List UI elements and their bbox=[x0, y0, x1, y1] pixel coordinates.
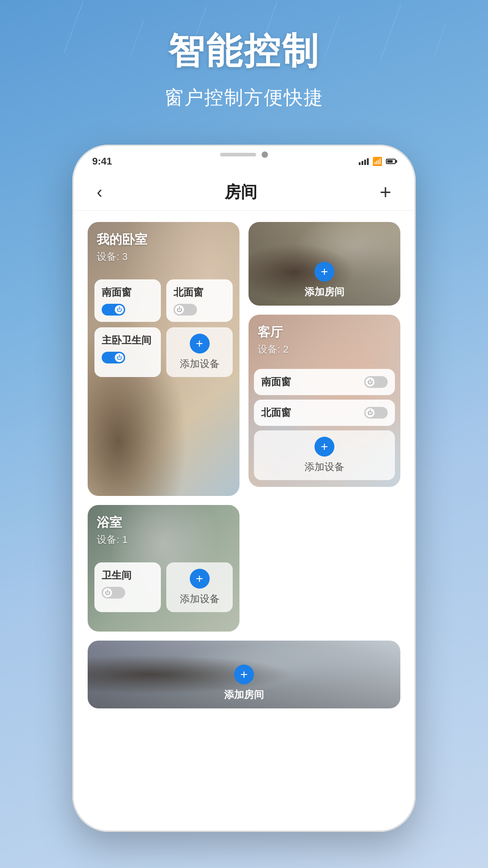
camera bbox=[262, 151, 268, 158]
phone-mockup: 9:41 📶 ‹ 房间 + bbox=[72, 145, 416, 832]
toilet-label: 卫生间 bbox=[102, 569, 131, 582]
bottom-add-room-label: 添加房间 bbox=[224, 688, 264, 702]
living-north-label: 北面窗 bbox=[261, 406, 291, 420]
bathroom-name: 浴室 bbox=[97, 514, 230, 531]
south-window-toggle[interactable]: ⏻ bbox=[102, 304, 125, 316]
south-window-label: 南面窗 bbox=[102, 286, 131, 299]
living-north-btn[interactable]: 北面窗 ⏻ bbox=[254, 400, 395, 426]
living-south-btn[interactable]: 南面窗 ⏻ bbox=[254, 369, 395, 395]
bedroom-devices-grid: 南面窗 ⏻ 北面窗 ⏻ bbox=[88, 273, 239, 386]
bedroom-devices-count: 设备: 3 bbox=[97, 250, 230, 264]
add-room-label-1: 添加房间 bbox=[305, 285, 344, 299]
back-button[interactable]: ‹ bbox=[97, 183, 103, 202]
rooms-grid: 我的卧室 设备: 3 南面窗 ⏻ 北面窗 bbox=[74, 211, 414, 720]
master-bath-label: 主卧卫生间 bbox=[102, 334, 151, 347]
signal-icon bbox=[359, 158, 369, 165]
add-device-label: 添加设备 bbox=[180, 357, 220, 371]
bottom-add-icon: + bbox=[234, 665, 254, 684]
bedroom-name: 我的卧室 bbox=[97, 231, 230, 248]
wifi-icon: 📶 bbox=[372, 156, 382, 166]
bottom-add-room-overlay: + 添加房间 bbox=[88, 641, 400, 708]
bedroom-add-device-btn[interactable]: + 添加设备 bbox=[166, 327, 233, 377]
add-room-nav-button[interactable]: + bbox=[380, 181, 391, 203]
bedroom-card[interactable]: 我的卧室 设备: 3 南面窗 ⏻ 北面窗 bbox=[88, 222, 239, 496]
power-off-icon5: ⏻ bbox=[105, 590, 110, 596]
bedroom-device-bathroom[interactable]: 主卧卫生间 ⏻ bbox=[94, 327, 161, 377]
bedroom-device-south[interactable]: 南面窗 ⏻ bbox=[94, 279, 161, 322]
bedroom-device-north[interactable]: 北面窗 ⏻ bbox=[166, 279, 233, 322]
bottom-add-room-card[interactable]: + 添加房间 bbox=[88, 641, 400, 708]
header-section: 智能控制 窗户控制方便快捷 bbox=[0, 27, 488, 110]
living-room-name: 客厅 bbox=[258, 324, 391, 341]
bathroom-devices-count: 设备: 1 bbox=[97, 533, 230, 547]
bathroom-header: 浴室 设备: 1 bbox=[88, 505, 239, 556]
bathroom-card[interactable]: 浴室 设备: 1 卫生间 ⏻ + bbox=[88, 505, 239, 632]
speaker bbox=[220, 153, 256, 156]
living-add-label: 添加设备 bbox=[305, 460, 344, 474]
living-south-toggle[interactable]: ⏻ bbox=[364, 376, 388, 388]
toilet-toggle[interactable]: ⏻ bbox=[102, 587, 125, 599]
living-room-devices-count: 设备: 2 bbox=[258, 343, 391, 356]
north-window-toggle[interactable]: ⏻ bbox=[174, 304, 197, 316]
living-room-header: 客厅 设备: 2 bbox=[249, 315, 400, 365]
power-on-icon: ⏻ bbox=[117, 307, 122, 313]
bedroom-header: 我的卧室 设备: 3 bbox=[88, 222, 239, 273]
toggle-knob-bath: ⏻ bbox=[115, 353, 124, 362]
north-window-label: 北面窗 bbox=[174, 286, 203, 299]
living-room-card[interactable]: 客厅 设备: 2 南面窗 ⏻ bbox=[249, 315, 400, 487]
living-add-icon: + bbox=[314, 437, 334, 457]
master-bath-toggle[interactable]: ⏻ bbox=[102, 352, 125, 363]
bathroom-add-label: 添加设备 bbox=[180, 592, 220, 606]
status-icons: 📶 bbox=[359, 156, 396, 166]
power-on-icon2: ⏻ bbox=[117, 354, 122, 361]
toggle-knob: ⏻ bbox=[115, 305, 124, 314]
bathroom-add-device-btn[interactable]: + 添加设备 bbox=[166, 562, 233, 612]
add-room-card-1[interactable]: + 添加房间 bbox=[249, 222, 400, 306]
bathroom-toilet-btn[interactable]: 卫生间 ⏻ bbox=[94, 562, 161, 612]
living-room-devices: 南面窗 ⏻ 北面窗 ⏻ bbox=[249, 365, 400, 487]
living-north-knob: ⏻ bbox=[366, 408, 375, 417]
page-title: 房间 bbox=[225, 181, 257, 203]
right-column: + 添加房间 客厅 设备: 2 南面窗 bbox=[249, 222, 400, 487]
phone-notch bbox=[199, 146, 289, 163]
sub-title: 窗户控制方便快捷 bbox=[0, 85, 488, 110]
living-add-device-btn[interactable]: + 添加设备 bbox=[254, 430, 395, 480]
add-device-icon: + bbox=[190, 334, 210, 354]
main-title: 智能控制 bbox=[0, 27, 488, 76]
power-off-icon3: ⏻ bbox=[367, 379, 373, 385]
power-off-icon4: ⏻ bbox=[367, 410, 373, 416]
time-display: 9:41 bbox=[92, 156, 112, 167]
add-room-overlay: + 添加房间 bbox=[249, 222, 400, 306]
living-north-toggle[interactable]: ⏻ bbox=[364, 407, 388, 419]
living-south-knob: ⏻ bbox=[366, 377, 375, 387]
add-room-plus-icon: + bbox=[314, 262, 334, 282]
nav-bar: ‹ 房间 + bbox=[74, 172, 414, 211]
living-south-label: 南面窗 bbox=[261, 375, 291, 389]
power-off-icon: ⏻ bbox=[177, 307, 182, 313]
bathroom-add-icon: + bbox=[190, 569, 210, 589]
bathroom-devices-grid: 卫生间 ⏻ + 添加设备 bbox=[88, 556, 239, 621]
phone-inner: 9:41 📶 ‹ 房间 + bbox=[74, 146, 414, 830]
battery-icon bbox=[386, 159, 396, 164]
toilet-knob: ⏻ bbox=[103, 588, 112, 597]
toggle-knob-off: ⏻ bbox=[175, 305, 184, 314]
